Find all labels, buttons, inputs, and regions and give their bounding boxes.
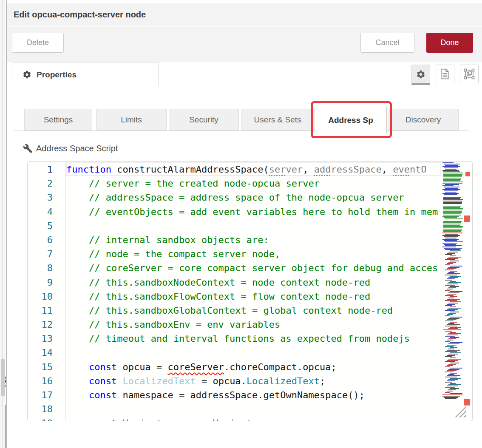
minimap-row [448, 354, 458, 354]
code-line[interactable]: // internal sandbox objects are: [66, 233, 442, 247]
properties-view-button[interactable] [411, 65, 430, 85]
error-marker[interactable] [465, 172, 470, 176]
line-number: 18 [28, 402, 65, 416]
code-line[interactable]: const Variant = opcua.Variant; [66, 416, 442, 421]
error-marker[interactable] [464, 215, 470, 222]
line-number: 13 [28, 332, 65, 346]
minimap-row [448, 267, 459, 268]
minimap-row [442, 170, 459, 171]
minimap-row [450, 393, 462, 394]
code-line[interactable]: // this.sandboxEnv = env variables [66, 318, 442, 332]
code-line[interactable]: // this.sandboxFlowContext = flow contex… [66, 289, 442, 303]
code-token: ser [269, 164, 286, 175]
appearance-view-button[interactable] [460, 65, 479, 83]
code-line[interactable]: // timeout and interval functions as exp… [66, 332, 442, 346]
code-line[interactable]: // node = the compact server node, [66, 247, 442, 261]
code-token: ; [320, 376, 325, 386]
minimap-row [443, 210, 462, 210]
minimap-row [445, 387, 455, 388]
minimap-row [447, 319, 456, 320]
minimap-row [448, 262, 456, 263]
code-line[interactable]: function constructAlarmAddressSpace(serv… [66, 162, 442, 176]
minimap-row [450, 286, 459, 287]
wrench-icon [23, 144, 33, 153]
edge-tick [5, 377, 6, 379]
description-view-button[interactable] [436, 65, 454, 83]
code-line[interactable]: // server = the created node-opcua serve… [66, 176, 442, 190]
minimap-row [443, 231, 461, 232]
minimap-row [450, 306, 456, 307]
minimap-row [448, 328, 458, 329]
line-number: 11 [28, 303, 65, 318]
minimap[interactable] [442, 162, 465, 417]
minimap-row [450, 337, 459, 338]
minimap-row [445, 188, 458, 189]
minimap-row [448, 384, 461, 385]
tab-settings[interactable]: Settings [24, 109, 92, 130]
minimap-row [447, 309, 458, 310]
code-line[interactable]: const LocalizedText = opcua.LocalizedTex… [66, 374, 442, 388]
minimap-row [450, 383, 456, 384]
minimap-row [448, 252, 458, 252]
tab-discovery[interactable]: Discovery [388, 109, 459, 130]
code-line[interactable]: // coreServer = core compact server obje… [66, 261, 442, 275]
code-token: // coreServer = core compact server obje… [66, 263, 438, 273]
code-line[interactable]: const opcua = coreServer.choreCompact.op… [66, 360, 442, 374]
minimap-row [444, 164, 459, 164]
tab-properties[interactable]: Properties [12, 62, 159, 86]
minimap-row [450, 352, 461, 353]
minimap-row [445, 165, 458, 166]
minimap-row [443, 213, 461, 214]
code-token: add [314, 164, 331, 175]
minimap-row [443, 222, 461, 223]
minimap-row [445, 398, 456, 399]
code-token [66, 390, 89, 400]
code-token: Variant [213, 418, 252, 421]
code-token: ressSpace [331, 164, 382, 175]
delete-button[interactable]: Delete [12, 33, 64, 53]
minimap-row [444, 217, 457, 218]
minimap-row [447, 391, 453, 391]
code-line[interactable]: const namespace = addressSpace.getOwnNam… [66, 388, 442, 402]
minimap-row [443, 208, 463, 209]
minimap-row [445, 366, 450, 367]
code-line[interactable]: // eventObjects = add event variables he… [66, 205, 442, 219]
code-line[interactable]: // this.sandboxGlobalContext = global co… [66, 303, 442, 318]
code-token: const [89, 390, 117, 400]
minimap-row [445, 295, 454, 296]
code-editor[interactable]: 12345678910111213141516171819 function c… [27, 161, 473, 421]
page-scrollbar-thumb[interactable] [1, 359, 5, 396]
code-area[interactable]: function constructAlarmAddressSpace(serv… [66, 162, 442, 421]
code-token [66, 362, 89, 372]
cancel-button[interactable]: Cancel [360, 33, 414, 53]
code-line[interactable] [66, 219, 442, 233]
code-line[interactable]: // addressSpace = address space of the n… [66, 190, 442, 204]
minimap-row [445, 361, 455, 362]
code-line[interactable] [66, 402, 442, 416]
minimap-row [445, 245, 462, 246]
minimap-row [448, 333, 461, 334]
code-line[interactable] [66, 346, 442, 360]
tab-limits[interactable]: Limits [96, 109, 167, 130]
minimap-row [443, 178, 461, 179]
minimap-row [445, 392, 450, 393]
minimap-row [443, 221, 462, 222]
minimap-row [448, 338, 456, 339]
minimap-row [448, 272, 454, 273]
error-marker[interactable] [464, 399, 470, 405]
code-token: .choreCompact.opcua; [224, 362, 337, 372]
document-icon [440, 68, 450, 79]
minimap-row [448, 287, 456, 288]
done-button[interactable]: Done [426, 33, 473, 53]
code-token: Variant [122, 418, 162, 421]
minimap-row [445, 305, 452, 306]
line-number: 3 [28, 190, 65, 204]
minimap-row [448, 343, 459, 344]
code-token: // this.sandboxFlowContext = flow contex… [66, 291, 370, 302]
tab-address-sp[interactable]: Address Sp [315, 107, 387, 133]
tab-users-sets[interactable]: Users & Sets [241, 109, 314, 130]
code-line[interactable]: // this.sandboxNodeContext = node contex… [66, 275, 442, 289]
minimap-row [444, 240, 457, 241]
minimap-row [445, 241, 463, 242]
tab-security[interactable]: Security [169, 109, 239, 130]
